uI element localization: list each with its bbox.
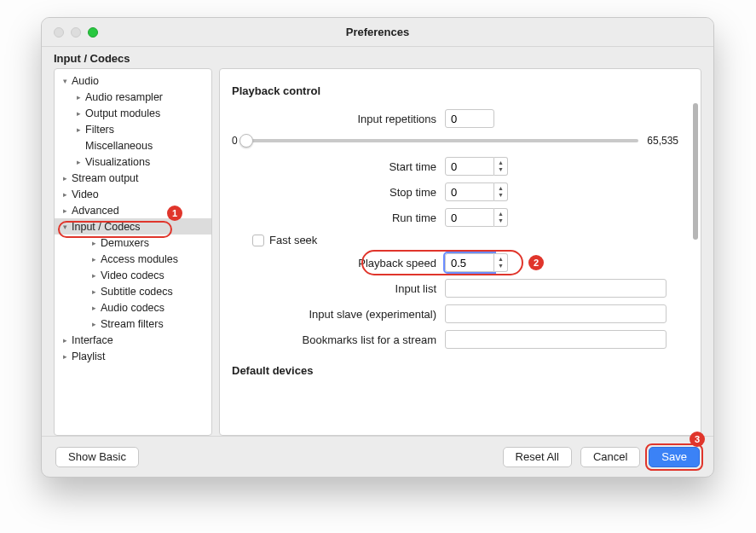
label-input-slave: Input slave (experimental)	[232, 308, 445, 321]
group-default-devices: Default devices	[232, 364, 678, 377]
tree-item-label: Filters	[85, 124, 114, 136]
settings-panel: Playback control Input repetitions 0 65,…	[219, 68, 701, 436]
tree-item[interactable]: Miscellaneous	[55, 137, 211, 154]
row-input-repetitions: Input repetitions	[232, 109, 678, 128]
tree-item[interactable]: ▾Audio	[55, 72, 211, 89]
chevron-down-icon: ▼	[498, 263, 504, 269]
tree-item[interactable]: ▸Advanced	[55, 202, 211, 218]
fast-seek-checkbox[interactable]	[252, 235, 264, 246]
chevron-right-icon: ▸	[89, 287, 99, 296]
tree-item-label: Demuxers	[101, 237, 149, 249]
start-time-stepper[interactable]: ▲▼	[494, 157, 508, 176]
preferences-window: Preferences Input / Codecs ▾Audio▸Audio …	[41, 17, 714, 478]
chevron-right-icon: ▸	[60, 336, 70, 345]
stop-time-field[interactable]	[445, 182, 494, 201]
chevron-right-icon: ▸	[60, 174, 70, 182]
titlebar: Preferences	[42, 18, 713, 47]
run-time-field[interactable]	[445, 208, 494, 227]
cancel-button[interactable]: Cancel	[580, 447, 640, 467]
tree-item[interactable]: ▾Input / Codecs	[55, 218, 211, 235]
tree-item[interactable]: ▸Interface	[55, 332, 211, 348]
row-start-time: Start time ▲▼	[232, 157, 678, 176]
tree-item[interactable]: ▸Video	[55, 186, 211, 202]
tree-item-label: Video	[72, 188, 99, 200]
input-list-field[interactable]	[445, 279, 667, 298]
tree-item[interactable]: ▸Video codecs	[55, 267, 211, 283]
chevron-right-icon: ▸	[60, 206, 70, 215]
chevron-right-icon: ▸	[73, 125, 84, 134]
category-tree[interactable]: ▾Audio▸Audio resampler▸Output modules▸Fi…	[54, 68, 212, 436]
tree-item-label: Playlist	[72, 351, 106, 362]
close-icon[interactable]	[54, 27, 64, 38]
reset-all-button[interactable]: Reset All	[503, 447, 572, 467]
chevron-right-icon: ▸	[73, 158, 84, 166]
input-repetitions-field[interactable]	[445, 109, 494, 128]
label-playback-speed: Playback speed	[232, 257, 445, 269]
row-playback-speed: Playback speed ▲▼ 2	[232, 253, 678, 272]
chevron-right-icon: ▸	[89, 271, 99, 280]
run-time-stepper[interactable]: ▲▼	[494, 208, 508, 227]
tree-item-label: Audio resampler	[85, 91, 163, 103]
label-input-repetitions: Input repetitions	[232, 113, 445, 125]
playback-speed-stepper[interactable]: ▲▼	[494, 253, 508, 272]
playback-speed-field[interactable]	[445, 253, 494, 272]
bookmarks-field[interactable]	[445, 330, 667, 349]
row-bookmarks: Bookmarks list for a stream	[232, 330, 678, 349]
tree-item-label: Miscellaneous	[85, 140, 153, 152]
tree-item-label: Subtitle codecs	[101, 286, 173, 298]
tree-item[interactable]: ▸Audio resampler	[55, 89, 211, 105]
tree-item-label: Stream filters	[101, 318, 164, 330]
tree-item[interactable]: ▸Access modules	[55, 251, 211, 267]
tree-item[interactable]: ▸Stream filters	[55, 316, 211, 332]
zoom-icon[interactable]	[88, 27, 98, 38]
tree-item[interactable]: ▸Demuxers	[55, 235, 211, 251]
tree-item[interactable]: ▸Audio codecs	[55, 299, 211, 316]
minimize-icon[interactable]	[71, 27, 81, 38]
chevron-up-icon: ▲	[498, 256, 504, 263]
traffic-lights	[42, 27, 98, 38]
chevron-right-icon: ▸	[73, 93, 84, 101]
chevron-right-icon: ▸	[89, 304, 99, 312]
chevron-down-icon: ▾	[60, 223, 70, 231]
chevron-up-icon: ▲	[498, 159, 504, 166]
save-button[interactable]: Save	[649, 447, 700, 467]
chevron-right-icon: ▸	[73, 109, 84, 118]
tree-item[interactable]: ▸Stream output	[55, 170, 211, 186]
chevron-right-icon: ▸	[60, 352, 70, 361]
slider-thumb-icon[interactable]	[239, 134, 253, 148]
window-title: Preferences	[42, 26, 713, 38]
chevron-up-icon: ▲	[498, 185, 504, 192]
label-input-list: Input list	[232, 282, 445, 295]
start-time-field[interactable]	[445, 157, 494, 176]
tree-item[interactable]: ▸Subtitle codecs	[55, 283, 211, 299]
settings-panel-inner: Playback control Input repetitions 0 65,…	[220, 69, 690, 435]
tree-item-label: Access modules	[101, 253, 178, 265]
chevron-right-icon: ▸	[60, 190, 70, 199]
show-basic-button[interactable]: Show Basic	[55, 447, 139, 467]
chevron-right-icon: ▸	[89, 255, 99, 264]
row-stop-time: Stop time ▲▼	[232, 182, 678, 201]
chevron-down-icon: ▼	[498, 166, 504, 173]
tree-item-label: Audio codecs	[101, 302, 164, 314]
save-button-wrap: Save 3	[649, 447, 700, 467]
row-fast-seek: Fast seek	[232, 234, 678, 246]
chevron-down-icon: ▾	[60, 77, 70, 85]
tree-item[interactable]: ▸Filters	[55, 121, 211, 137]
group-playback-control: Playback control	[232, 84, 678, 97]
label-start-time: Start time	[232, 160, 445, 173]
chevron-right-icon: ▸	[89, 320, 99, 328]
tree-item[interactable]: ▸Visualizations	[55, 154, 211, 170]
tree-item-label: Video codecs	[101, 269, 164, 281]
tree-item-label: Input / Codecs	[72, 221, 141, 233]
stop-time-stepper[interactable]: ▲▼	[494, 182, 508, 201]
chevron-down-icon: ▼	[498, 217, 504, 224]
tree-item-label: Stream output	[72, 172, 139, 184]
tree-item[interactable]: ▸Playlist	[55, 348, 211, 364]
tree-item[interactable]: ▸Output modules	[55, 105, 211, 121]
row-input-list: Input list	[232, 279, 678, 298]
scrollbar-thumb[interactable]	[693, 103, 698, 240]
repetitions-slider[interactable]	[246, 139, 639, 142]
input-slave-field[interactable]	[445, 304, 667, 323]
tree-item-label: Audio	[72, 75, 99, 87]
row-input-slave: Input slave (experimental)	[232, 304, 678, 323]
